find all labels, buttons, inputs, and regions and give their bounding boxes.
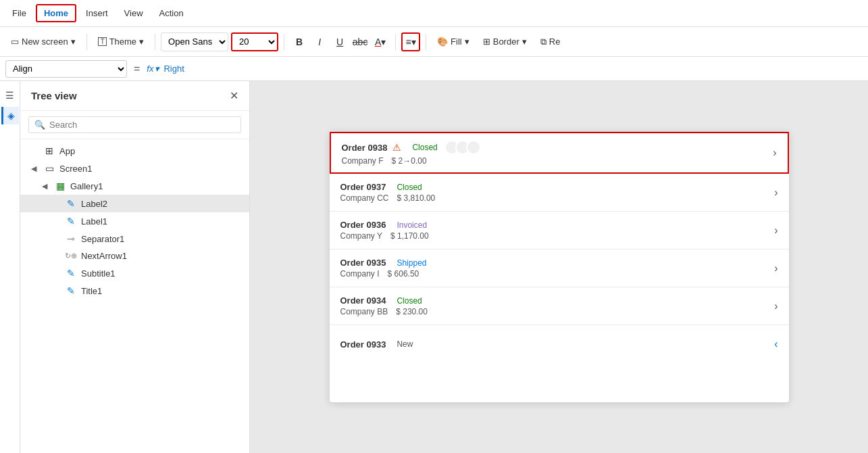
item-sub-3: Company I $ 606.50 [340,269,769,279]
tree-label-title1: Title1 [81,286,102,296]
canvas-frame: Order 0938 ⚠ Closed Company F $ 2→0.00 [330,132,789,402]
gallery-item-5[interactable]: Order 0933 New ‹ [330,325,789,363]
gallery-item-top-4: Order 0934 Closed [340,295,769,306]
menu-action[interactable]: Action [153,5,190,21]
label1-icon: ✎ [65,216,77,226]
tree-label-gallery1: Gallery1 [70,181,103,191]
subtitle1-icon: ✎ [65,268,77,279]
search-input[interactable] [49,120,235,130]
item-status-5: New [397,339,413,349]
gallery-item-left-3: Order 0935 Shipped Company I $ 606.50 [340,258,769,279]
screen-icon: ▭ [43,163,55,174]
align-button[interactable]: ≡ ▾ [401,32,420,51]
badge-group-0 [449,140,481,155]
menu-home[interactable]: Home [36,4,76,22]
item-status-0: Closed [412,143,437,152]
new-screen-chevron-icon: ▾ [71,37,76,47]
fx-button[interactable]: fx ▾ [147,64,159,74]
gallery-item-1[interactable]: Order 0937 Closed Company CC $ 3,810.00 … [330,174,789,212]
gallery-item-4[interactable]: Order 0934 Closed Company BB $ 230.00 › [330,287,789,325]
tree-label-subtitle1: Subtitle1 [81,268,116,279]
align-chevron-icon: ▾ [411,37,416,47]
theme-chevron-icon: ▾ [139,37,144,47]
tree-item-nextarrow1[interactable]: ↻⊕ NextArrow1 [20,247,249,264]
tree-item-title1[interactable]: ✎ Title1 [20,282,249,300]
italic-button[interactable]: I [310,32,329,51]
font-size-select[interactable]: 20 [231,32,278,51]
gallery-item-0[interactable]: Order 0938 ⚠ Closed Company F $ 2→0.00 [330,132,789,174]
item-status-3: Shipped [397,258,426,268]
item-status-1: Closed [397,183,422,192]
formula-bar: Align = fx ▾ Right [0,57,868,81]
label2-icon: ✎ [65,198,77,209]
tree-item-gallery1[interactable]: ◀ ▦ Gallery1 [20,177,249,195]
tree-close-button[interactable]: ✕ [230,89,238,102]
search-icon: 🔍 [34,120,45,130]
tree-item-label1[interactable]: ✎ Label1 [20,212,249,230]
reorder-button[interactable]: ⧉ Re [535,34,566,50]
gallery-item-top-5: Order 0933 New [340,339,769,350]
gallery-item-top-0: Order 0938 ⚠ Closed [342,140,768,155]
item-amount-1: $ 3,810.00 [397,193,436,203]
search-input-wrap: 🔍 [28,116,241,133]
bold-button[interactable]: B [290,32,309,51]
item-title-2: Order 0936 [340,220,386,230]
tree-search-container: 🔍 [20,111,249,139]
font-color-chevron: ▾ [381,37,386,47]
equals-sign: = [131,63,143,75]
tree-label-separator1: Separator1 [81,234,124,244]
fx-chevron-icon: ▾ [155,64,159,74]
tree-item-screen1[interactable]: ◀ ▭ Screen1 [20,160,249,177]
menu-insert[interactable]: Insert [79,5,115,21]
app-icon: ⊞ [43,145,55,156]
fill-button[interactable]: 🎨 Fill ▾ [432,34,475,49]
font-select[interactable]: Open Sans [161,32,228,51]
tree-header: Tree view ✕ [20,81,249,111]
underline-button[interactable]: U [330,32,349,51]
item-amount-2: $ 1,170.00 [390,231,429,241]
menu-icon[interactable]: ☰ [1,87,19,104]
tree-panel: Tree view ✕ 🔍 ⊞ App ◀ ▭ Screen1 [20,81,250,453]
theme-button[interactable]: 🅃 Theme ▾ [93,34,149,49]
separator2 [155,34,155,50]
tree-label-label1: Label1 [81,216,107,226]
gallery-item-top-1: Order 0937 Closed [340,182,769,192]
tree-item-separator1[interactable]: ⊸ Separator1 [20,230,249,247]
item-company-2: Company Y [340,231,382,241]
tree-title: Tree view [31,90,77,101]
separator3 [284,34,284,50]
item-title-5: Order 0933 [340,339,386,350]
gallery-item-2[interactable]: Order 0936 Invoiced Company Y $ 1,170.00… [330,212,789,249]
item-company-4: Company BB [340,307,388,316]
tree-item-app[interactable]: ⊞ App [20,142,249,160]
border-chevron-icon: ▾ [522,37,527,47]
item-amount-3: $ 606.50 [388,269,419,279]
fill-label: Fill [451,37,462,47]
border-button[interactable]: ⊞ Border ▾ [478,34,532,49]
item-status-4: Closed [397,296,422,306]
property-select[interactable]: Align [5,60,127,78]
gallery-item-top-3: Order 0935 Shipped [340,258,769,268]
toolbar: ▭ New screen ▾ 🅃 Theme ▾ Open Sans 20 B … [0,27,868,57]
layers-icon[interactable]: ◈ [1,107,19,124]
new-screen-button[interactable]: ▭ New screen ▾ [5,34,81,49]
item-title-1: Order 0937 [340,182,386,192]
fill-chevron-icon: ▾ [465,37,469,47]
tree-item-label2[interactable]: ✎ Label2 [20,195,249,212]
gallery-arrow-3: › [774,262,777,275]
separator1-icon: ⊸ [65,233,77,244]
font-color-button[interactable]: A ▾ [371,32,390,51]
theme-label: Theme [109,37,136,47]
gallery-item-left-0: Order 0938 ⚠ Closed Company F $ 2→0.00 [342,140,768,166]
nextarrow1-icon: ↻⊕ [65,252,77,260]
tree-content: ⊞ App ◀ ▭ Screen1 ◀ ▦ Gallery1 ✎ Label2 [20,139,249,453]
tree-item-subtitle1[interactable]: ✎ Subtitle1 [20,264,249,282]
tree-expand-screen1: ◀ [31,164,39,173]
tree-label-nextarrow1: NextArrow1 [81,251,127,261]
reorder-icon: ⧉ [540,37,546,47]
strikethrough-button[interactable]: abc [351,32,369,51]
menu-view[interactable]: View [118,5,150,21]
menu-file[interactable]: File [5,5,33,21]
gallery-item-3[interactable]: Order 0935 Shipped Company I $ 606.50 › [330,249,789,287]
item-title-0: Order 0938 [342,143,388,153]
